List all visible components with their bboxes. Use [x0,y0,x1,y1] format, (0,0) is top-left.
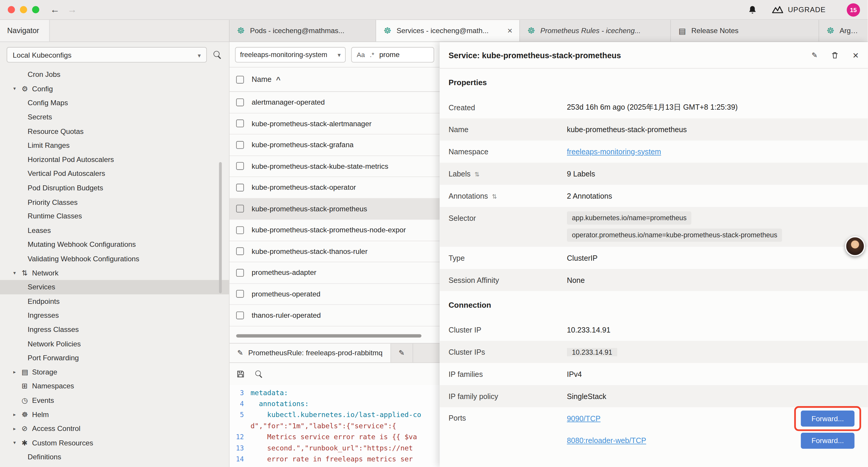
tree-item-icon [22,368,32,376]
select-all-checkbox[interactable] [236,76,244,83]
dock-tab-prometheusrule[interactable]: PrometheusRule: freeleaps-prod-rabbitmq [229,344,391,362]
table-row[interactable]: kube-prometheus-stack-prometheus-node-ex… [229,220,440,241]
sidebar-item[interactable]: Endpoints [0,294,229,308]
sidebar-item[interactable]: Ingresses [0,308,229,322]
user-avatar[interactable] [845,236,865,256]
kubeconfig-selector[interactable]: Local Kubeconfigs [6,47,207,62]
row-checkbox[interactable] [236,183,244,191]
sidebar-item[interactable]: Validating Webhook Configurations [0,252,229,266]
sidebar-item[interactable]: Network [0,266,229,280]
editor-tab[interactable]: Pods - icecheng@mathmas... ✕ [229,20,376,41]
sidebar-scrollbar[interactable] [219,162,222,293]
row-checkbox[interactable] [236,247,244,255]
unfold-icon[interactable] [492,192,497,200]
sidebar-item[interactable]: Services [0,280,229,294]
sidebar-item[interactable]: Resource Quotas [0,124,229,138]
navigator-panel-tab[interactable]: Navigator [0,20,50,41]
row-checkbox[interactable] [236,162,244,170]
sidebar-item[interactable]: Limit Ranges [0,138,229,152]
dock-tab-partial[interactable] [391,344,413,362]
row-checkbox[interactable] [236,311,244,319]
row-checkbox[interactable] [236,290,244,298]
forward-button[interactable]: → [67,4,77,15]
row-checkbox[interactable] [236,205,244,212]
yaml-editor[interactable]: 3 metadata: 4 annotations: 5 kubectl.kub… [229,385,440,467]
table-row[interactable]: thanos-ruler-operated [229,305,440,326]
editor-search-icon[interactable] [255,370,262,377]
scrollbar-thumb[interactable] [236,334,421,337]
upgrade-label: UPGRADE [788,6,826,14]
row-checkbox[interactable] [236,269,244,276]
sidebar-item[interactable]: Priority Classes [0,195,229,209]
editor-tab[interactable]: Prometheus Rules - icecheng... ✕ [520,20,671,41]
sidebar-search-icon[interactable] [214,51,221,59]
port-link-8080[interactable]: 8080:reloader-web/TCP [567,436,646,444]
table-row[interactable]: kube-prometheus-stack-thanos-ruler [229,241,440,262]
tree-item-label: Network Policies [28,340,81,348]
editor-tab[interactable]: Services - icecheng@math... ✕ [376,20,520,41]
tree-item-label: Config [32,85,53,93]
match-case-toggle[interactable]: Aa [356,51,365,58]
table-row[interactable]: kube-prometheus-stack-kube-state-metrics [229,156,440,177]
search-input[interactable]: Aa .* prome [351,47,434,62]
sidebar-item[interactable]: Cron Jobs [0,67,229,82]
tab-close-icon[interactable]: ✕ [507,27,513,35]
cluster-ips-row: Cluster IPs 10.233.14.91 [440,341,868,363]
table-row[interactable]: alertmanager-operated [229,92,440,113]
table-row[interactable]: kube-prometheus-stack-prometheus [229,198,440,220]
sidebar-item[interactable]: Definitions [0,450,229,464]
editor-tab[interactable]: Argo S... ✕ [819,20,868,41]
edit-service-icon[interactable] [812,51,817,59]
sidebar-item[interactable]: Ingress Classes [0,322,229,337]
sidebar-item[interactable]: Access Control [0,421,229,436]
sidebar-item[interactable]: Config Maps [0,96,229,110]
horizontal-scrollbar[interactable] [236,334,433,337]
back-button[interactable]: ← [50,4,60,15]
minimize-window-button[interactable] [20,6,27,13]
sidebar-item[interactable]: Horizontal Pod Autoscalers [0,152,229,167]
close-drawer-icon[interactable] [852,51,859,59]
sidebar-item[interactable]: Helm [0,407,229,421]
sidebar-item[interactable]: Custom Resources [0,436,229,450]
notifications-bell-icon[interactable] [747,5,757,15]
maximize-window-button[interactable] [32,6,39,13]
editor-tab[interactable]: Release Notes ✕ [671,20,819,41]
unfold-icon[interactable] [474,170,479,178]
table-row[interactable]: prometheus-adapter [229,262,440,284]
sidebar-item[interactable]: Mutating Webhook Configurations [0,237,229,252]
sidebar-item[interactable]: Secrets [0,110,229,124]
port-link-9090[interactable]: 9090/TCP [567,414,601,422]
sidebar-item[interactable]: Events [0,393,229,407]
upgrade-button[interactable]: UPGRADE [771,6,826,14]
sort-ascending-icon[interactable] [276,75,280,84]
sidebar-item[interactable]: Runtime Classes [0,209,229,223]
close-window-button[interactable] [8,6,15,13]
row-checkbox[interactable] [236,141,244,149]
sidebar-item[interactable]: Pod Disruption Budgets [0,181,229,195]
row-checkbox[interactable] [236,120,244,127]
sidebar-item[interactable]: Vertical Pod Autoscalers [0,167,229,181]
notification-count-badge[interactable]: 15 [847,3,860,16]
forward-button-9090[interactable]: Forward... [801,410,855,426]
sidebar-item[interactable]: Namespaces [0,379,229,393]
sidebar-item[interactable]: Network Policies [0,337,229,351]
forward-button-8080[interactable]: Forward... [801,432,855,448]
namespace-link[interactable]: freeleaps-monitoring-system [567,147,661,156]
row-checkbox[interactable] [236,226,244,234]
tab-label: Services - icecheng@math... [397,27,488,35]
table-row[interactable]: kube-prometheus-stack-operator [229,177,440,198]
tree-item-icon [22,396,32,404]
table-row[interactable]: kube-prometheus-stack-grafana [229,135,440,156]
save-icon[interactable] [236,370,245,378]
sidebar-item[interactable]: Leases [0,223,229,237]
namespace-selector[interactable]: freeleaps-monitoring-system [235,47,346,62]
regex-toggle[interactable]: .* [370,51,374,58]
sidebar-item[interactable]: Config [0,82,229,96]
name-column-header[interactable]: Name [252,76,272,84]
sidebar-item[interactable]: Storage [0,365,229,379]
row-checkbox[interactable] [236,98,244,106]
table-row[interactable]: kube-prometheus-stack-alertmanager [229,113,440,135]
delete-service-icon[interactable] [831,51,839,59]
table-row[interactable]: prometheus-operated [229,284,440,305]
sidebar-item[interactable]: Port Forwarding [0,351,229,365]
